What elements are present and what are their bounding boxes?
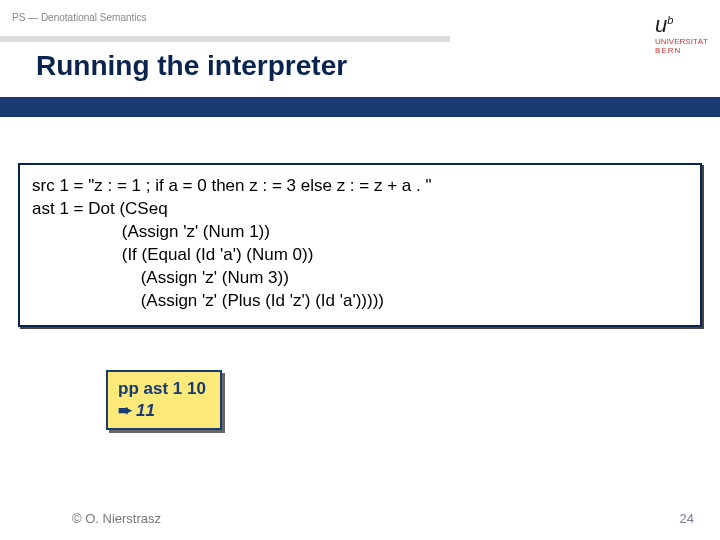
eval-result-line: ➨11 — [118, 400, 206, 422]
university-logo: ub UNIVERSITÄT BERN — [655, 12, 708, 55]
logo-b: b — [667, 14, 673, 26]
header-row: PS — Denotational Semantics ub UNIVERSIT… — [12, 12, 708, 55]
slide: PS — Denotational Semantics ub UNIVERSIT… — [0, 0, 720, 540]
code-line: src 1 = "z : = 1 ; if a = 0 then z : = 3… — [32, 175, 688, 198]
blue-bar — [0, 97, 720, 117]
code-line: (If (Equal (Id 'a') (Num 0)) — [32, 244, 688, 267]
eval-result: 11 — [136, 401, 155, 420]
copyright: © O. Nierstrasz — [72, 511, 161, 526]
arrow-icon: ➨ — [118, 400, 132, 422]
logo-u: u — [655, 12, 667, 37]
course-tag: PS — Denotational Semantics — [12, 12, 147, 23]
eval-command: pp ast 1 10 — [118, 378, 206, 400]
eval-box: pp ast 1 10 ➨11 — [106, 370, 222, 430]
logo-mark: ub — [655, 12, 673, 38]
page-number: 24 — [680, 511, 694, 526]
code-line: ast 1 = Dot (CSeq — [32, 198, 688, 221]
gray-bar — [0, 36, 450, 42]
page-title: Running the interpreter — [36, 50, 347, 82]
code-line: (Assign 'z' (Num 3)) — [32, 267, 688, 290]
code-box: src 1 = "z : = 1 ; if a = 0 then z : = 3… — [18, 163, 702, 327]
logo-line1: UNIVERSITÄT — [655, 38, 708, 46]
code-line: (Assign 'z' (Num 1)) — [32, 221, 688, 244]
footer: © O. Nierstrasz 24 — [72, 511, 694, 526]
logo-line2: BERN — [655, 46, 681, 55]
code-line: (Assign 'z' (Plus (Id 'z') (Id 'a'))))) — [32, 290, 688, 313]
